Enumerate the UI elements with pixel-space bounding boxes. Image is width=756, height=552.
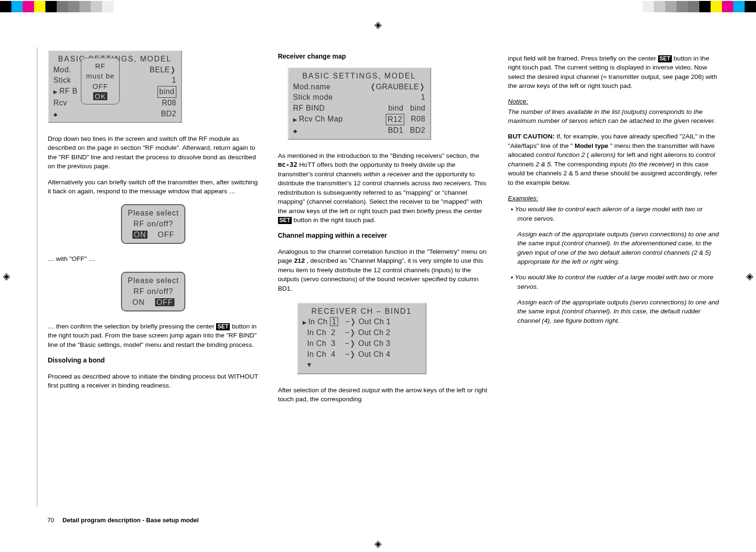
paragraph: Proceed as described above to initiate t… — [48, 372, 259, 390]
heading-examples: Examples: — [508, 194, 719, 203]
bleed-top — [0, 0, 756, 13]
column-3: input field will be framed. Press briefl… — [508, 47, 719, 507]
lcd-rcv-ch-map: BASIC SETTINGS, MODEL Mod.name❬GRAUBELE❭… — [287, 67, 431, 140]
text-italic: Assign each of the appropriate — [517, 299, 605, 306]
set-button-label: SET — [658, 55, 672, 62]
lcd-cell: Mod.name — [293, 82, 331, 93]
lcd-cell: R08 — [162, 98, 176, 109]
paragraph: Analogous to the channel correlation fun… — [278, 247, 489, 293]
text-frag: for left and right ailerons to — [617, 151, 696, 158]
lcd-popup-rf-on-off-off: Please select RF on/off? ON OFF — [121, 272, 185, 311]
text-frag: , described as "Channel Mapping", it is … — [278, 257, 483, 292]
lcd-cell: In Ch — [307, 339, 327, 347]
lcd-cell: 4 — [331, 350, 335, 358]
lcd-cell: BD2 — [161, 109, 176, 120]
model-name: mc-32 — [278, 161, 297, 168]
lcd-cell: Out Ch 3 — [358, 339, 391, 347]
paragraph: Alternatively you can briefly switch off… — [48, 178, 259, 196]
text-italic: two receivers. — [432, 180, 472, 187]
color-squares-right — [643, 1, 756, 12]
lcd-cell: bind — [410, 103, 425, 114]
text-frag: input — [546, 240, 561, 247]
lcd-cell: BD1 — [388, 125, 403, 136]
register-mark-top: ◈ — [374, 19, 382, 30]
column-1: BASIC SETTINGS, MODEL Mod.BELE❭ Stick1 R… — [48, 47, 259, 507]
lcd-cell: bind — [388, 103, 403, 114]
popup-on-selected: ON — [132, 231, 148, 239]
text-frag: input — [535, 249, 550, 256]
lcd-cell-framed: bind — [157, 86, 176, 98]
lcd-cell-framed: 1 — [330, 317, 338, 326]
updown-icon — [53, 109, 58, 120]
paragraph: Drop down two lines in the screen and sw… — [48, 134, 259, 171]
text-frag: … then confirm the selection by briefly … — [48, 323, 216, 330]
lcd-cell: 1 — [421, 92, 425, 103]
lcd-cell: Stick — [53, 75, 71, 86]
text-frag: After selection of the desired — [278, 387, 362, 394]
heading-dissolving-bond: Dissolving a bond — [48, 356, 259, 365]
popup-on: ON — [132, 298, 145, 306]
lcd-title: BASIC SETTINGS, MODEL — [293, 71, 426, 82]
set-button-label: SET — [278, 217, 292, 224]
lcd-cell: BELE❭ — [150, 65, 176, 76]
example-1-title: You would like to control each aileron o… — [517, 205, 719, 223]
lcd-receiver-ch-bind1: RECEIVER CH – BIND1 In Ch 1 −❭ Out Ch 1 … — [297, 302, 426, 374]
lcd-cell: Out Ch 1 — [358, 318, 391, 326]
lcd-popup-rf-on-off-on: Please select RF on/off? ON OFF — [121, 204, 185, 244]
lcd-cell: In Ch — [308, 318, 328, 326]
text-frag: input — [546, 308, 561, 315]
lcd-cell: RF BIND — [293, 103, 325, 114]
paragraph: input field will be framed. Press briefl… — [508, 54, 719, 91]
popup-line: RF on/off? — [128, 219, 179, 230]
ptr-icon — [303, 318, 309, 326]
page-footer: 70 Detail program description - Base set… — [47, 517, 199, 524]
text-italic: (control channel). In this case, the def… — [517, 308, 700, 324]
lcd-cell-framed: R12 — [386, 114, 404, 126]
example-2-body: Assign each of the appropriate outputs (… — [517, 298, 719, 325]
popup-line: Please select — [128, 208, 179, 219]
page-ref: 212 — [294, 257, 305, 264]
register-mark-right: ◈ — [746, 270, 753, 282]
popup-line: Please select — [128, 276, 179, 286]
down-arrow-icon: ▾ — [307, 361, 312, 369]
heading-receiver-change-map: Receiver change map — [278, 52, 489, 61]
lcd-cell: ❬GRAUBELE❭ — [370, 82, 426, 93]
lcd-cell: Mod. — [53, 65, 71, 76]
text-frag: ( — [587, 151, 589, 158]
example-2-title: You would like to control the rudder of … — [517, 273, 719, 291]
updown-icon — [293, 125, 297, 136]
paragraph-italic: The number of lines available in the lis… — [508, 107, 719, 126]
heading-notice: Notice: — [508, 97, 719, 106]
text-italic: inputs (to the receiver) — [610, 161, 674, 168]
text-frag: As mentioned in the introduction to the … — [278, 152, 479, 159]
lcd-cell: In Ch — [307, 328, 327, 336]
lcd-cell: 2 — [331, 328, 335, 336]
text-bold: Model type — [574, 142, 608, 149]
paragraph: As mentioned in the introduction to the … — [278, 151, 489, 225]
text-frag: outputs — [607, 299, 630, 306]
text-italic: output — [362, 387, 380, 394]
lcd-cell: In Ch — [307, 350, 327, 358]
lcd-cell: 3 — [331, 339, 335, 347]
popup-ok: OK — [93, 92, 107, 100]
paragraph: … then confirm the selection by briefly … — [48, 322, 259, 349]
paragraph: After selection of the desired output wi… — [278, 386, 489, 404]
column-2: Receiver change map BASIC SETTINGS, MODE… — [278, 47, 489, 507]
popup-line: RF on/off? — [128, 286, 179, 297]
text-bold: BUT CAUTION: — [508, 133, 555, 140]
lcd-cell: Rcv — [53, 98, 67, 109]
lcd-popup-rf-must-be-off: RF must be OFF OK — [81, 58, 120, 104]
footer-title: Detail program description - Base setup … — [62, 517, 199, 524]
lcd-cell: BD2 — [410, 125, 426, 136]
lcd-cell: R08 — [411, 114, 426, 126]
page-number: 70 — [47, 517, 54, 524]
set-button-label: SET — [216, 323, 230, 330]
lcd-cell: Out Ch 4 — [358, 350, 391, 358]
paragraph: BUT CAUTION: If, for example, you have a… — [508, 132, 719, 187]
register-mark-bottom: ◈ — [374, 538, 382, 549]
lcd-cell-ptr: RF B — [53, 86, 78, 98]
popup-line: must be — [86, 71, 114, 81]
lcd-cell: 1 — [172, 75, 176, 86]
text-italic: within a receiver — [364, 171, 410, 178]
lcd-cell-ptr: Rcv Ch Map — [293, 114, 343, 126]
